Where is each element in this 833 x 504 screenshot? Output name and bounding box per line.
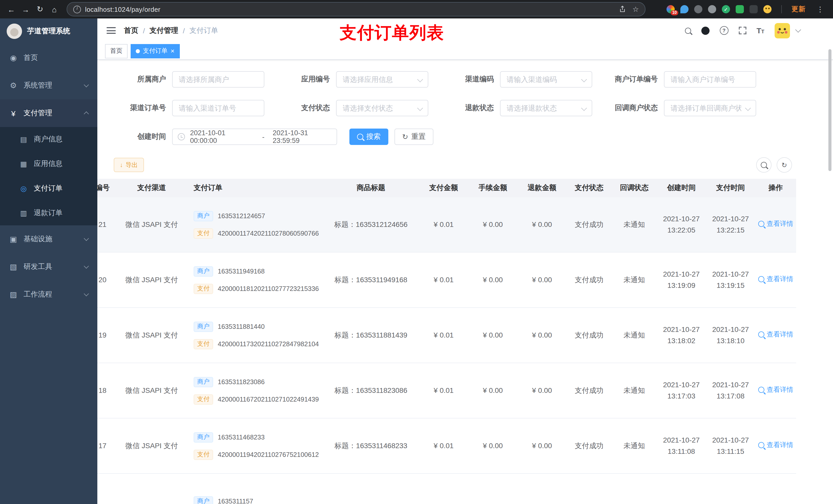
cell-pay-order: 商户 1635311881440 支付 42000011732021102728… (186, 321, 323, 349)
channel-code-select[interactable] (500, 71, 592, 88)
sidebar-item-pay-order[interactable]: ◎ 支付订单 (0, 176, 97, 201)
merchant-order-no: 1635311823086 (218, 377, 265, 387)
refresh-table-button[interactable]: ↻ (777, 157, 792, 173)
cell-paid-time: 2021-10-27 13:19:15 (706, 269, 755, 291)
app-select[interactable] (336, 71, 428, 88)
view-detail-link[interactable]: 查看详情 (758, 385, 793, 395)
avatar[interactable] (775, 23, 790, 38)
notify-status-select[interactable] (664, 100, 756, 116)
browser-menu-icon[interactable]: ⋮ (817, 5, 824, 13)
view-detail-link[interactable]: 查看详情 (758, 274, 793, 284)
extension-chat-icon[interactable] (736, 5, 744, 13)
share-icon[interactable] (619, 6, 626, 13)
search-icon[interactable] (685, 27, 691, 33)
dashboard-icon: ◉ (9, 53, 18, 63)
magnifier-icon (758, 221, 764, 227)
tab-close-icon[interactable]: × (171, 48, 174, 54)
view-detail-link[interactable]: 查看详情 (758, 329, 793, 340)
search-button[interactable]: 搜索 (349, 128, 388, 145)
filter-label-pay-status: 支付状态 (268, 103, 330, 113)
extension-globe-icon[interactable] (694, 5, 703, 13)
extensions-cluster: 10 更新 ⋮ (667, 5, 827, 14)
home-icon[interactable]: ⌂ (48, 3, 61, 15)
cell-title: 标题：1635311468233 (323, 440, 419, 451)
merchant-order-no: 1635311949168 (218, 266, 265, 276)
refresh-icon[interactable]: ↻ (34, 3, 46, 15)
forward-icon[interactable]: → (20, 3, 32, 15)
clock-icon (178, 133, 185, 140)
hamburger-icon[interactable] (106, 27, 116, 34)
extension-circle-icon[interactable] (708, 5, 716, 13)
update-button[interactable]: 更新 (791, 5, 806, 14)
github-icon[interactable] (701, 26, 709, 34)
sidebar-item-refund-order[interactable]: ▥ 退款订单 (0, 201, 97, 225)
cell-amount: ¥ 0.01 (419, 385, 468, 396)
help-icon[interactable] (719, 26, 728, 35)
breadcrumb-current: 支付订单 (190, 26, 218, 35)
extension-face-icon[interactable] (763, 5, 771, 13)
dropdown-caret-icon[interactable] (795, 27, 801, 32)
back-icon[interactable]: ← (5, 3, 18, 15)
app-header: 首页 / 支付管理 / 支付订单 支付订单列表 (97, 19, 833, 43)
header-actions (685, 23, 833, 38)
toggle-search-button[interactable] (756, 157, 771, 173)
filter-label-channel-order-no: 渠道订单号 (104, 103, 166, 113)
extension-puzzle-icon[interactable] (749, 5, 758, 13)
sidebar-item-dev-tools[interactable]: ▧ 研发工具 (0, 253, 97, 281)
cell-pay-status: 支付成功 (567, 440, 612, 451)
extension-check-icon[interactable] (722, 5, 730, 13)
sidebar-item-payment[interactable]: ¥ 支付管理 (0, 99, 97, 127)
chevron-up-icon (84, 112, 89, 117)
pay-status-select[interactable] (336, 100, 428, 116)
chevron-down-icon (84, 236, 89, 241)
cell-amount: ¥ 0.01 (419, 330, 468, 341)
sidebar-item-infrastructure[interactable]: ▣ 基础设施 (0, 225, 97, 253)
cell-amount: ¥ 0.01 (419, 219, 468, 230)
cell-pay-status: 支付成功 (567, 274, 612, 285)
table-row: 21 微信 JSAPI 支付 商户 1635312124657 支付 42000… (97, 197, 796, 253)
table-row: 20 微信 JSAPI 支付 商户 1635311949168 支付 42000… (97, 253, 796, 308)
reset-button[interactable]: ↻ 重置 (395, 128, 433, 145)
sidebar-item-home[interactable]: ◉ 首页 (0, 44, 97, 72)
sidebar-item-merchant-info[interactable]: ▤ 商户信息 (0, 127, 97, 152)
filter-label-merchant: 所属商户 (104, 75, 166, 84)
site-info-icon[interactable] (73, 5, 81, 13)
bookmark-star-icon[interactable]: ☆ (633, 5, 639, 13)
scrollbar-thumb[interactable] (828, 49, 831, 171)
merchant-input[interactable] (173, 72, 264, 87)
cell-pay-order: 商户 1635311949168 支付 42000011812021102777… (186, 266, 323, 294)
sidebar-logo[interactable]: 芋道管理系统 (0, 19, 97, 44)
pay-order-icon: ◎ (20, 184, 28, 193)
breadcrumb: 首页 / 支付管理 / 支付订单 (124, 26, 218, 35)
content: 所属商户 应用编号 渠道编码 商户订单编号 (97, 60, 833, 504)
chevron-down-icon (84, 291, 89, 296)
view-detail-link[interactable]: 查看详情 (758, 219, 793, 229)
address-bar[interactable]: localhost:1024/pay/order ☆ (67, 2, 645, 16)
sidebar-item-app-info[interactable]: ▦ 应用信息 (0, 152, 97, 176)
sidebar-item-workflow[interactable]: ▨ 工作流程 (0, 281, 97, 308)
extension-colorful-icon[interactable]: 10 (667, 5, 675, 13)
refund-status-select[interactable] (500, 100, 592, 116)
workflow-icon: ▨ (9, 290, 18, 299)
table-row: 18 微信 JSAPI 支付 商户 1635311823086 支付 42000… (97, 363, 796, 418)
fullscreen-icon[interactable] (738, 27, 746, 34)
tab-pay-order[interactable]: 支付订单 × (130, 44, 180, 58)
date-range-input[interactable]: 2021-10-01 00:00:00 - 2021-10-31 23:59:5… (172, 128, 337, 145)
magnifier-icon (758, 331, 764, 338)
view-detail-link[interactable]: 查看详情 (758, 440, 793, 450)
refresh-icon: ↻ (782, 162, 787, 168)
cell-notify-status: 未通知 (612, 440, 657, 451)
breadcrumb-payment[interactable]: 支付管理 (149, 26, 178, 35)
font-size-icon[interactable] (756, 26, 764, 35)
cell-id: 19 (97, 330, 118, 341)
breadcrumb-home[interactable]: 首页 (124, 26, 138, 35)
sidebar-item-system[interactable]: ⚙ 系统管理 (0, 72, 97, 99)
date-start: 2021-10-01 00:00:00 (190, 129, 254, 144)
export-button[interactable]: ↓ 导出 (114, 158, 144, 172)
tab-home[interactable]: 首页 (105, 44, 127, 58)
merchant-order-no-input[interactable] (664, 72, 756, 87)
filter-label-merchant-order-no: 商户订单编号 (596, 75, 658, 84)
extension-drop-icon[interactable] (680, 5, 689, 13)
cell-amount: ¥ 0.01 (419, 440, 468, 451)
channel-order-no-input[interactable] (173, 100, 264, 116)
